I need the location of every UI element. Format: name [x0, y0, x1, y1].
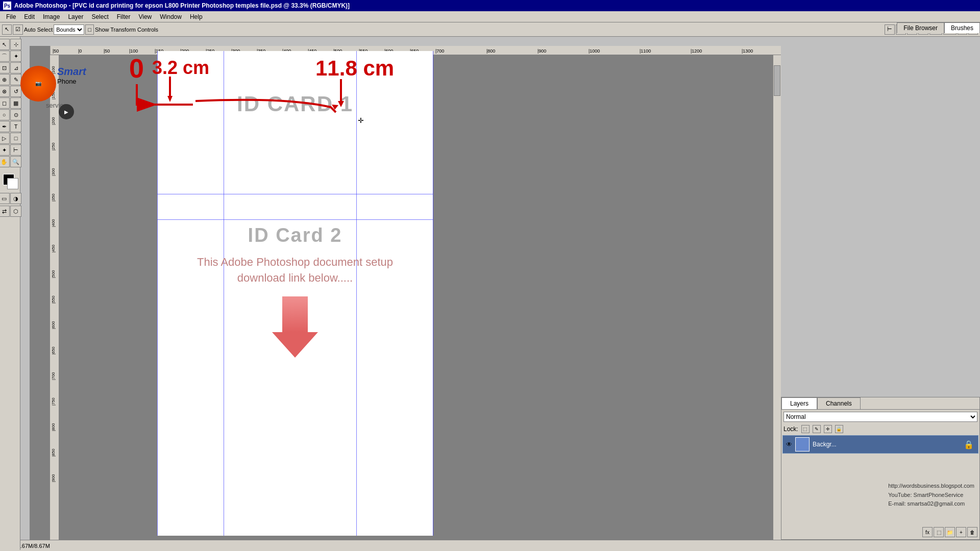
- align-btn-1[interactable]: ⊢: [885, 24, 895, 35]
- logo-overlay: 📷 Smart Phone service ▶: [20, 63, 87, 119]
- menu-edit[interactable]: Edit: [20, 12, 39, 21]
- menu-view[interactable]: View: [134, 12, 156, 21]
- menu-filter[interactable]: Filter: [113, 12, 135, 21]
- layer-style-btn[interactable]: fx: [922, 527, 933, 537]
- tools-panel: ↖ ⊹ ⌒ ✦ ⊡ ⊿ ⊕ ✎ ⊗ ↺ ◻ ▦ ○ ⊙ ✒ T: [0, 37, 20, 550]
- svg-text:|1000: |1000: [589, 48, 600, 54]
- ps-icon: Ps: [3, 2, 11, 10]
- history-brush[interactable]: ↺: [10, 86, 21, 97]
- crop-tool[interactable]: ⊡: [0, 62, 10, 73]
- measure-tool[interactable]: ⊢: [10, 144, 21, 156]
- tool-row-9: ▷ □: [0, 133, 21, 144]
- menu-bar: File Edit Image Layer Select Filter View…: [0, 11, 980, 22]
- svg-text:|800: |800: [486, 48, 495, 54]
- lock-label: Lock:: [783, 425, 798, 433]
- tool-row-11: ✋ 🔍: [0, 156, 21, 167]
- auto-select-check[interactable]: ☑: [13, 24, 23, 35]
- convert-btn[interactable]: ⇄: [0, 206, 10, 217]
- patch-tool[interactable]: ⊕: [0, 74, 10, 85]
- imageready-btn[interactable]: ⬡: [10, 206, 21, 217]
- hand-tool[interactable]: ✋: [0, 156, 10, 167]
- slice-tool[interactable]: ⊿: [10, 62, 21, 73]
- svg-text:|1100: |1100: [640, 48, 651, 54]
- layer-name-label: Backgr...: [813, 441, 837, 448]
- color-swatches[interactable]: [1, 172, 19, 190]
- new-group-btn[interactable]: 📁: [945, 527, 955, 537]
- dodge-tool[interactable]: ○: [0, 109, 10, 120]
- gradient-tool[interactable]: ▦: [10, 97, 21, 109]
- lock-transparency-btn[interactable]: ⬚: [801, 425, 810, 433]
- select-tool[interactable]: ⊹: [10, 39, 21, 50]
- add-mask-btn[interactable]: ⬚: [934, 527, 944, 537]
- svg-text:|900: |900: [537, 48, 546, 54]
- layer-lock-icon: 🔒: [964, 440, 974, 449]
- scrollbar-vertical-thumb[interactable]: [774, 65, 780, 96]
- svg-text:|600: |600: [51, 321, 56, 329]
- show-transform-btn[interactable]: □: [85, 24, 94, 35]
- move-tool-btn[interactable]: ↖: [2, 24, 12, 35]
- menu-window[interactable]: Window: [156, 12, 186, 21]
- bottom-panel-info: http://wordsbusiness.blogspot.com YouTub…: [888, 482, 974, 509]
- eraser-tool[interactable]: ◻: [0, 97, 10, 109]
- burn-tool[interactable]: ⊙: [10, 109, 21, 120]
- new-layer-btn[interactable]: +: [956, 527, 966, 537]
- brush-tool[interactable]: ✎: [10, 74, 21, 85]
- scrollbar-vertical[interactable]: [773, 55, 781, 542]
- layer-visibility-toggle[interactable]: 👁: [785, 440, 793, 448]
- lock-pixels-btn[interactable]: ✎: [813, 425, 821, 433]
- tool-row-10: ✦ ⊢: [0, 144, 21, 156]
- id-card-2-description: This Adobe Photoshop document setupdownl…: [157, 255, 433, 286]
- annotation-arrow-1: [137, 84, 157, 105]
- pen-tool[interactable]: ✒: [0, 121, 10, 132]
- background-color[interactable]: [7, 178, 18, 189]
- lock-position-btn[interactable]: ✛: [824, 425, 832, 433]
- svg-text:|100: |100: [129, 48, 138, 54]
- svg-text:|0: |0: [78, 48, 82, 54]
- logo-circle: 📷: [20, 66, 56, 102]
- svg-text:|300: |300: [51, 168, 56, 176]
- select-mode-dropdown[interactable]: Bounds: [54, 24, 84, 35]
- path-select-tool[interactable]: ▷: [0, 133, 10, 144]
- svg-text:|400: |400: [51, 219, 56, 227]
- small-circle-label: ▶: [64, 109, 68, 115]
- tab-channels[interactable]: Channels: [817, 397, 861, 409]
- menu-help[interactable]: Help: [186, 12, 207, 21]
- guide-vertical-4: [433, 51, 433, 536]
- guide-horizontal-1: [157, 194, 433, 194]
- tab-file-browser[interactable]: File Browser: [897, 22, 944, 33]
- lasso-tool[interactable]: ⌒: [0, 51, 10, 62]
- menu-image[interactable]: Image: [39, 12, 64, 21]
- tool-row-6: ◻ ▦: [0, 97, 21, 109]
- tab-layers[interactable]: Layers: [781, 397, 817, 409]
- lock-all-btn[interactable]: 🔒: [835, 425, 843, 433]
- delete-layer-btn[interactable]: 🗑: [967, 527, 977, 537]
- blend-mode-select[interactable]: Normal: [783, 412, 977, 422]
- text-tool[interactable]: T: [10, 121, 21, 132]
- layer-row: 👁 Backgr... 🔒: [782, 435, 978, 454]
- svg-text:|1300: |1300: [742, 48, 753, 54]
- move-tool[interactable]: ↖: [0, 39, 10, 50]
- tool-row-5: ⊗ ↺: [0, 86, 21, 97]
- quick-mask-mode[interactable]: ◑: [10, 193, 21, 204]
- magic-wand-tool[interactable]: ✦: [10, 51, 21, 62]
- svg-text:|700: |700: [51, 372, 56, 380]
- arrow-body: [282, 296, 308, 332]
- menu-select[interactable]: Select: [87, 12, 112, 21]
- svg-text:|800: |800: [51, 423, 56, 431]
- tab-brushes[interactable]: Brushes: [944, 22, 980, 33]
- clone-tool[interactable]: ⊗: [0, 86, 10, 97]
- menu-layer[interactable]: Layer: [64, 12, 87, 21]
- svg-text:|900: |900: [51, 474, 56, 482]
- tool-row-7: ○ ⊙: [0, 109, 21, 120]
- arrow-head: [272, 332, 318, 358]
- eyedropper-tool[interactable]: ✦: [0, 144, 10, 156]
- zoom-tool[interactable]: 🔍: [10, 156, 21, 167]
- title-text: Adobe Photoshop - [PVC id card printing …: [14, 2, 350, 9]
- svg-text:|350: |350: [51, 193, 56, 202]
- info-line-1: http://wordsbusiness.blogspot.com: [888, 482, 974, 491]
- tab-area: File Browser Brushes: [897, 22, 980, 33]
- shape-tool[interactable]: □: [10, 133, 21, 144]
- standard-mode[interactable]: ▭: [0, 193, 10, 204]
- menu-file[interactable]: File: [2, 12, 20, 21]
- logo-circle-inner: 📷: [35, 81, 41, 87]
